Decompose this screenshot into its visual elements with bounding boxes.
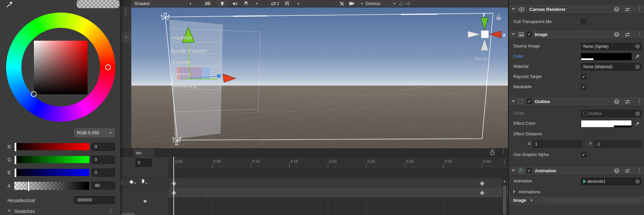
- foldout-icon[interactable]: [512, 170, 515, 172]
- timeline-ruler[interactable]: 0:00 0:05 0:10 0:15 0:20 0:25 0:30 0:35 …: [169, 157, 508, 169]
- eyedropper-icon[interactable]: [635, 54, 640, 59]
- preset-icon[interactable]: [625, 7, 630, 12]
- blue-slider[interactable]: [14, 169, 89, 176]
- ruler-menu-icon[interactable]: ⋮: [502, 160, 507, 163]
- swatches-row[interactable]: Swatches ⋮: [0, 207, 120, 215]
- animation-clip-field[interactable]: devtools1: [581, 178, 641, 185]
- outline-enabled-checkbox[interactable]: ✓: [527, 99, 532, 104]
- object-picker-icon[interactable]: [636, 44, 640, 48]
- red-slider[interactable]: [14, 143, 89, 150]
- use-graphic-alpha-checkbox[interactable]: ✓: [581, 152, 586, 157]
- component-menu-icon[interactable]: ⋮: [637, 7, 642, 10]
- preview-drag-handle[interactable]: [546, 199, 640, 199]
- scene-view[interactable]: y x ‹ Inspector Bundle Explorer Console …: [131, 7, 508, 148]
- help-icon[interactable]: ?: [614, 7, 619, 12]
- strip-expand-tab[interactable]: ›: [121, 32, 131, 43]
- slider-handle[interactable]: [27, 181, 30, 191]
- preview-drag-handle[interactable]: [546, 201, 640, 201]
- slider-handle[interactable]: [14, 168, 17, 177]
- sv-square[interactable]: [34, 41, 88, 94]
- eyedropper-icon[interactable]: [6, 0, 14, 8]
- 2d-toggle-button[interactable]: 2D: [201, 0, 214, 7]
- help-icon[interactable]: ?: [614, 99, 619, 104]
- scroll-up-icon[interactable]: [503, 180, 506, 182]
- object-picker-icon[interactable]: [636, 179, 640, 183]
- audio-toggle-button[interactable]: [229, 0, 241, 7]
- lighting-toggle-button[interactable]: [216, 0, 228, 7]
- foldout-icon[interactable]: [512, 100, 515, 102]
- raycast-target-checkbox[interactable]: ✓: [581, 74, 586, 79]
- effect-color-swatch-field[interactable]: [581, 120, 632, 128]
- scene-search-field[interactable]: All: [398, 1, 451, 6]
- frame-number-input[interactable]: 0: [135, 159, 152, 167]
- component-header-animation[interactable]: ✓ Animation ? ⋮: [509, 165, 644, 175]
- foldout-icon[interactable]: [512, 33, 515, 35]
- record-icon-fragment[interactable]: ): [121, 180, 122, 185]
- object-picker-icon[interactable]: [636, 65, 640, 69]
- dopesheet-row[interactable]: [169, 178, 508, 188]
- slider-handle[interactable]: [14, 155, 17, 164]
- swatches-menu-icon[interactable]: ⋮: [109, 209, 113, 212]
- color-mode-dropdown[interactable]: RGB 0-255 ▼: [74, 128, 115, 137]
- tools-button[interactable]: [336, 0, 348, 7]
- red-value-input[interactable]: 0: [91, 143, 115, 151]
- strip-menu-icon[interactable]: ⋮⋮: [124, 8, 128, 15]
- help-icon[interactable]: ?: [614, 168, 619, 173]
- object-picker-icon[interactable]: [636, 112, 640, 116]
- hexadecimal-row: Hexadecimal 000000: [0, 196, 120, 205]
- button-fragment[interactable]: [121, 213, 135, 215]
- image-enabled-checkbox[interactable]: ✓: [527, 32, 532, 37]
- source-image-field[interactable]: None (Sprite): [581, 43, 641, 50]
- material-field[interactable]: None (Material): [581, 63, 641, 71]
- eyedropper-icon[interactable]: [635, 121, 640, 126]
- foldout-icon[interactable]: [7, 210, 11, 212]
- property-keyframe-dot[interactable]: [144, 200, 147, 202]
- preset-icon[interactable]: [625, 169, 630, 173]
- hidden-objects-button[interactable]: 2: [265, 0, 284, 7]
- add-event-button[interactable]: +: [138, 177, 150, 187]
- dopesheet-scrollbar[interactable]: [502, 178, 507, 215]
- script-field[interactable]: Outline: [581, 110, 641, 117]
- help-icon[interactable]: ?: [614, 32, 619, 37]
- green-value-input[interactable]: 0: [91, 156, 115, 164]
- color-swatch-field[interactable]: [581, 53, 632, 60]
- slider-handle[interactable]: [14, 142, 17, 152]
- component-header-outline[interactable]: ✓ Outline ? ⋮: [509, 96, 644, 106]
- persp-label[interactable]: Persp: [475, 56, 487, 61]
- gizmos-dropdown[interactable]: Gizmos ▼: [363, 0, 398, 7]
- hue-wheel-selector[interactable]: [105, 64, 111, 70]
- effect-distance-x-input[interactable]: 1: [533, 140, 582, 148]
- alpha-value-input[interactable]: 48: [91, 181, 115, 190]
- tab-animation[interactable]: ion: [133, 149, 154, 157]
- sv-selector[interactable]: [31, 91, 37, 97]
- unlock-icon[interactable]: [490, 150, 495, 155]
- scrollbar-thumb[interactable]: [503, 185, 506, 215]
- effect-distance-y-input[interactable]: -1: [594, 140, 641, 148]
- hexadecimal-input[interactable]: 000000: [74, 196, 115, 204]
- component-menu-icon[interactable]: ⋮: [637, 168, 642, 172]
- cull-transparent-checkbox[interactable]: [581, 19, 586, 24]
- effects-dropdown-button[interactable]: ▼: [242, 0, 261, 7]
- component-menu-icon[interactable]: ⋮: [637, 99, 642, 102]
- component-header-image[interactable]: ✓ Image ? ⋮: [509, 29, 644, 39]
- dopesheet-row[interactable]: [169, 188, 508, 197]
- alpha-slider[interactable]: [14, 182, 89, 190]
- timeline-playhead[interactable]: [173, 157, 174, 215]
- shading-mode-dropdown[interactable]: Shaded ▼: [132, 0, 194, 7]
- component-menu-icon[interactable]: ⋮: [637, 32, 642, 35]
- row-animations-foldout[interactable]: Animations: [509, 189, 644, 195]
- dopesheet[interactable]: [169, 169, 508, 215]
- component-header-canvas-renderer[interactable]: Canvas Renderer ? ⋮: [509, 4, 644, 14]
- preset-icon[interactable]: [625, 100, 630, 104]
- preview-bar[interactable]: Image ▼: [509, 195, 644, 205]
- animation-enabled-checkbox[interactable]: ✓: [527, 168, 532, 173]
- camera-settings-dropdown[interactable]: ▼: [347, 0, 365, 7]
- foldout-icon[interactable]: [512, 8, 515, 10]
- preset-icon[interactable]: [625, 33, 630, 37]
- blue-value-input[interactable]: 0: [91, 169, 115, 177]
- maskable-checkbox[interactable]: ✓: [581, 84, 586, 90]
- add-keyframe-button[interactable]: +: [126, 177, 138, 187]
- green-slider[interactable]: [14, 156, 89, 163]
- grid-dropdown-button[interactable]: ▼: [283, 0, 302, 7]
- animation-window-menu-icon[interactable]: ⋮: [501, 150, 506, 153]
